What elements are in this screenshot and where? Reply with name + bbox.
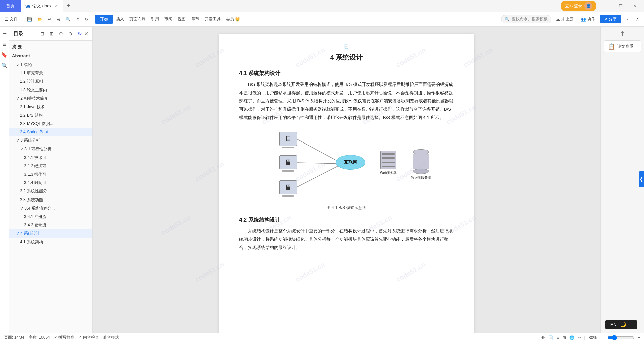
bookmark-icon-btn[interactable]: 🔖 (1, 51, 9, 59)
page-view-btn[interactable]: 📄 (548, 335, 553, 340)
toc-item-2-1[interactable]: 2.1 Java 技术 (9, 103, 92, 111)
toc-item-3-3[interactable]: 3.3 系统功能... (9, 196, 92, 204)
toolbar-print[interactable]: 🖨 (54, 16, 63, 23)
sidebar-close-btn[interactable]: ✕ (84, 31, 88, 37)
toc-icon-btn[interactable]: ☰ (1, 30, 9, 38)
toc-item-2-2[interactable]: 2.2 B/S 结构 (9, 111, 92, 120)
doc-area[interactable]: code51.cn code51.cn code51.cn code51.cn … (93, 27, 600, 333)
toc-item-abstract-en[interactable]: Abstract (9, 52, 92, 61)
nav-icon-btn[interactable]: ≡ (1, 40, 9, 48)
upload-icon-btn[interactable]: ⬆ (619, 30, 627, 38)
dev-tools-label: 开发工具 (205, 16, 221, 22)
toc-item-ch3[interactable]: ∨ 3 系统分析 (9, 136, 92, 145)
close-button[interactable]: ✕ (628, 1, 641, 11)
toc-item-3-4-1[interactable]: 3.4.1 注册流... (9, 213, 92, 221)
maximize-button[interactable]: ❐ (614, 1, 627, 11)
sidebar-title: 目录 (13, 31, 38, 37)
toolbar-undo[interactable]: ↩ (45, 16, 53, 23)
tab-add-button[interactable]: + (63, 0, 74, 12)
pencil-icon-btn[interactable]: ✏ (578, 335, 581, 340)
toolbar-preview[interactable]: 🔍 (63, 16, 73, 23)
list-view-btn[interactable]: ≡ (557, 335, 559, 340)
toolbar-open[interactable]: 📂 (35, 16, 45, 23)
toc-item-3-1-1[interactable]: 3.1.1 技术可... (9, 154, 92, 162)
toolbar-chapter[interactable]: 章节 (189, 15, 202, 23)
status-bar: 页面: 14/34 字数: 10664 ✓ 拼写检查 ✓ 内容检查 兼容模式 👁… (0, 333, 644, 342)
toc-item-3-1[interactable]: ∨ 3.1 可行性分析 (9, 145, 92, 153)
toc-item-3-4[interactable]: ∨ 3.4 系统流程分... (9, 204, 92, 213)
search-box[interactable]: 🔍 查找命令、搜索模板 (501, 15, 551, 23)
share-button[interactable]: ↗ 分享 (600, 15, 621, 23)
login-button[interactable]: 立即登录 👤 (561, 1, 596, 11)
share-label: 分享 (609, 16, 617, 22)
zoom-slider[interactable] (607, 335, 634, 340)
svg-line-1 (297, 163, 337, 164)
toolbar-references[interactable]: 引用 (149, 15, 161, 23)
language-label[interactable]: EN (610, 322, 617, 327)
tab-home[interactable]: 首页 (0, 0, 21, 12)
split-view-btn[interactable]: ⊞ (562, 335, 566, 340)
word-count: 字数: 10664 (29, 335, 50, 340)
avatar: 👤 (584, 2, 592, 10)
toolbar-view[interactable]: 视图 (175, 15, 188, 23)
minimize-button[interactable]: — (600, 1, 613, 11)
add-heading-btn[interactable]: ⊕ (57, 30, 65, 38)
remove-heading-btn[interactable]: ⊖ (66, 30, 74, 38)
toolbar-page-layout[interactable]: 页面布局 (127, 15, 148, 23)
expand-button[interactable]: ∧ (634, 16, 641, 23)
tab-close-icon[interactable]: ✕ (55, 4, 58, 8)
dark-mode-icon[interactable]: 🌙 (620, 322, 626, 327)
insert-label: 插入 (116, 16, 124, 22)
toc-item-1-1[interactable]: 1.1 研究背景 (9, 69, 92, 77)
toc-item-abstract[interactable]: 摘 要 (9, 43, 92, 52)
toc-item-1-2[interactable]: 1.2 设计原则 (9, 77, 92, 86)
toc-item-1-3[interactable]: 1.3 论文主要内... (9, 86, 92, 94)
expand-prev-btn[interactable]: ⊞ (48, 30, 56, 38)
more-options-button[interactable]: ⋮ (623, 16, 632, 23)
toolbar-insert[interactable]: 插入 (114, 15, 126, 23)
tab-doc[interactable]: W 论文.docx ✕ (21, 0, 63, 12)
page-count-label: 页面: 14/34 (4, 335, 24, 340)
toc-item-3-1-2[interactable]: 3.1.2 经济可... (9, 162, 92, 170)
toolbar-redo[interactable]: ⟳ (83, 16, 91, 23)
refresh-btn[interactable]: ↻ (76, 30, 84, 38)
db-server-node: 数据库服务器 (411, 149, 431, 180)
window-controls: — ❐ ✕ (600, 1, 641, 11)
zoom-in-btn[interactable]: + (638, 335, 640, 340)
toolbar-save[interactable]: 💾 (24, 16, 34, 23)
compat-mode: 兼容模式 (103, 335, 119, 340)
toc-item-3-2[interactable]: 3.2 系统性能分... (9, 187, 92, 195)
toc-item-2-3[interactable]: 2.3 MYSQL 数据... (9, 120, 92, 128)
toolbar-file[interactable]: ☰ 文件 (3, 15, 20, 23)
side-arrow-btn[interactable]: ❮ (639, 171, 644, 187)
toolbar-dev-tools[interactable]: 开发工具 (202, 15, 223, 23)
search-icon-btn[interactable]: 🔍 (1, 62, 9, 70)
cloud-button[interactable]: ☁ 未上云 (553, 15, 576, 23)
toc-item-ch4[interactable]: ∨ 4 系统设计 (9, 229, 92, 238)
globe-icon-btn[interactable]: 🌐 (569, 335, 574, 340)
collab-button[interactable]: 👥 协作 (578, 15, 598, 23)
toolbar-undo2[interactable]: ⟲ (74, 16, 82, 23)
view-icon-btn[interactable]: 👁 (541, 335, 545, 340)
collapse-all-btn[interactable]: ⊟ (38, 30, 46, 38)
zoom-value: 80% (589, 335, 597, 340)
paper-check-button[interactable]: 📋 论文查重 (604, 40, 641, 52)
toc-item-3-1-3[interactable]: 3.1.3 操作可... (9, 170, 92, 179)
toolbar-review[interactable]: 审阅 (162, 15, 175, 23)
web-server-node: Web服务器 (380, 151, 397, 175)
paper-check-label: 论文查重 (617, 44, 633, 49)
toc-item-ch2[interactable]: ∨ 2 相关技术简介 (9, 94, 92, 103)
toc-item-4-1[interactable]: 4.1 系统架构... (9, 238, 92, 246)
toc-item-2-4[interactable]: 2.4 Spring Boot ... (9, 128, 92, 136)
bottom-right-widget[interactable]: EN 🌙 ·. (605, 320, 637, 329)
toc-item-3-1-4[interactable]: 3.1.4 时间可... (9, 179, 92, 187)
toc-item-3-4-2[interactable]: 3.4.2 登录流... (9, 221, 92, 229)
content-check-status[interactable]: ✓ 内容检查 (78, 335, 99, 340)
start-button[interactable]: 开始 (95, 15, 113, 24)
toolbar-member[interactable]: 会员 👑 (224, 15, 243, 23)
zoom-out-btn[interactable]: — (600, 335, 604, 340)
toc-item-ch1[interactable]: ∨ 1 绪论 (9, 61, 92, 69)
title-bar: 首页 W 论文.docx ✕ + 立即登录 👤 — ❐ ✕ (0, 0, 644, 12)
para-42: 系统结构设计是整个系统设计中重要的一部分，在结构设计过程中，首先对系统进行需求分… (239, 227, 454, 252)
spell-check-status[interactable]: ✓ 拼写检查 (54, 335, 74, 340)
